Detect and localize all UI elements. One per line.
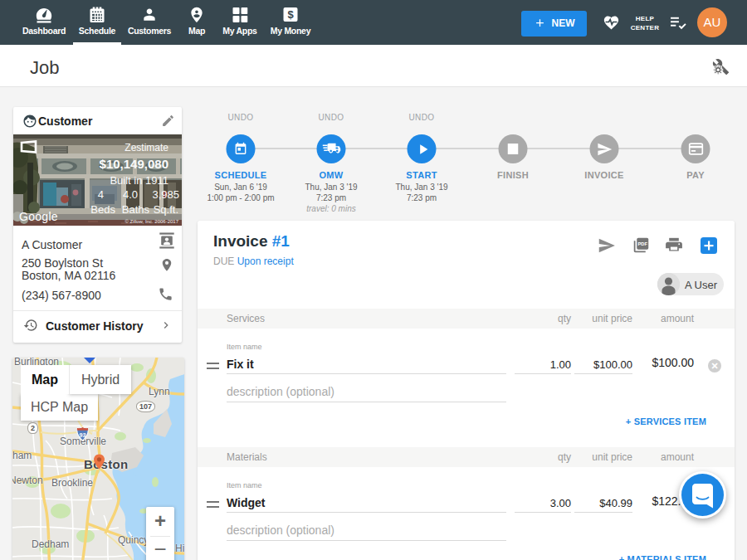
svg-text:$: $ <box>287 8 294 21</box>
svg-text:PDF: PDF <box>638 241 648 246</box>
svg-text:93: 93 <box>80 432 86 439</box>
